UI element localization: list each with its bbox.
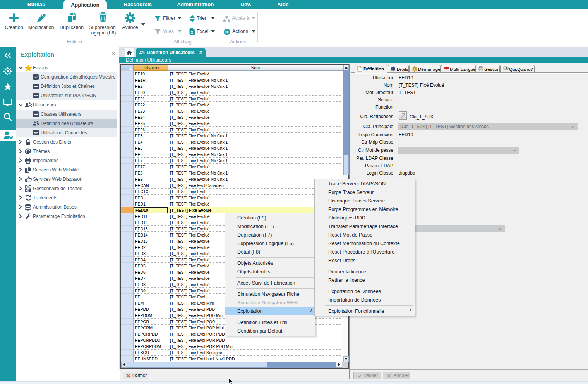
svg-text:x: x bbox=[191, 30, 193, 34]
